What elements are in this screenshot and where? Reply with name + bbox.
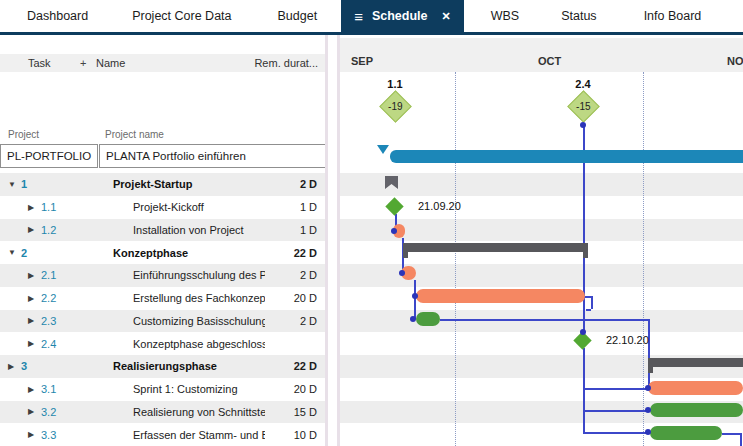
table-row-2.2[interactable]: ▶2.2Erstellung des Fachkonzeptes20 D	[0, 287, 325, 310]
connector-line	[586, 309, 591, 311]
task-number: 1.2	[41, 224, 56, 236]
tab-label: Dashboard	[27, 9, 88, 23]
deadline-task-label: 1.1	[373, 78, 417, 90]
task-name: Customizing Basisschulung Proje...	[133, 315, 265, 327]
task-name: Einführungsschulung des Projektt...	[133, 269, 265, 281]
table-row-1.2[interactable]: ▶1.2Installation von Project1 D	[0, 219, 325, 242]
chevron-right-icon[interactable]: ▶	[28, 339, 41, 348]
tab-info-board[interactable]: Info Board	[642, 0, 704, 32]
bar-basisschulung[interactable]	[416, 312, 440, 326]
task-duration: 2 D	[265, 315, 325, 327]
connector-dot	[410, 316, 416, 322]
table-row-2.4[interactable]: ▶2.4Konzeptphase abgeschlossen	[0, 332, 325, 355]
connector-line	[414, 280, 416, 319]
table-row-1.1[interactable]: ▶1.1Projekt-Kickoff1 D	[0, 196, 325, 219]
project-row: PL-PORTFOLIO PLANTA Portfolio einführen	[0, 144, 325, 168]
chevron-right-icon[interactable]: ▶	[28, 385, 41, 394]
table-row-1[interactable]: ▼1Projekt-Startup2 D	[0, 173, 325, 196]
connector-line	[583, 410, 646, 412]
task-number: 3	[21, 360, 27, 372]
connector-dot	[645, 429, 651, 435]
connector-dot	[412, 293, 418, 299]
connector-dot	[399, 270, 405, 276]
task-name: Realisierung von Schnittstellen	[133, 406, 265, 418]
column-name[interactable]: Name	[96, 57, 254, 69]
bar-konzeptphase[interactable]	[403, 243, 588, 252]
deadline-diamond-1.1[interactable]: -19	[379, 90, 412, 123]
chevron-right-icon[interactable]: ▶	[28, 430, 41, 439]
tab-dashboard[interactable]: Dashboard	[25, 0, 90, 32]
table-row-2[interactable]: ▼2Konzeptphase22 D	[0, 241, 325, 264]
add-column-icon[interactable]: +	[80, 57, 96, 69]
project-label: Project	[8, 129, 39, 140]
project-name-label: Project name	[105, 129, 164, 140]
milestone-date-label: 21.09.20	[418, 200, 461, 212]
task-duration: 15 D	[265, 406, 325, 418]
connector-dot	[391, 228, 397, 234]
project-id-field[interactable]: PL-PORTFOLIO	[0, 144, 98, 168]
task-duration: 1 D	[265, 224, 325, 236]
bar-fachkonzept[interactable]	[416, 289, 585, 303]
table-row-3.1[interactable]: ▶3.1Sprint 1: Customizing20 D	[0, 378, 325, 401]
chevron-right-icon[interactable]: ▶	[28, 294, 41, 303]
deadline-deviation: -15	[576, 101, 590, 112]
chevron-right-icon[interactable]: ▶	[28, 407, 41, 416]
tab-wbs[interactable]: WBS	[489, 0, 521, 32]
task-number: 1	[21, 178, 27, 190]
task-name: Projekt-Startup	[113, 178, 265, 190]
bar-schnittstellen[interactable]	[650, 403, 743, 417]
chevron-right-icon[interactable]: ▶	[28, 203, 41, 212]
chevron-down-icon[interactable]: ▼	[8, 180, 21, 189]
deadline-diamond-2.4[interactable]: -15	[567, 90, 600, 123]
deadline-task-label: 2.4	[561, 78, 605, 90]
close-icon[interactable]: ✕	[441, 10, 450, 23]
task-number: 2.4	[41, 338, 56, 350]
task-duration: 2 D	[265, 178, 325, 190]
task-duration: 10 D	[265, 429, 325, 441]
task-duration: 1 D	[265, 201, 325, 213]
task-duration: 22 D	[265, 360, 325, 372]
chevron-right-icon[interactable]: ▶	[28, 316, 41, 325]
hamburger-icon[interactable]: ≡	[354, 9, 363, 24]
chevron-down-icon[interactable]: ▼	[8, 248, 21, 257]
chevron-right-icon[interactable]: ▶	[8, 362, 21, 371]
connector-line	[583, 432, 646, 434]
tab-budget[interactable]: Budget	[276, 0, 320, 32]
deadline-deviation: -19	[388, 101, 402, 112]
tab-label: Schedule	[372, 9, 428, 23]
connector-dot	[645, 407, 651, 413]
month-label-nov: NOV	[727, 55, 743, 67]
bar-realisierungsphase[interactable]	[648, 358, 743, 367]
tab-status[interactable]: Status	[559, 0, 598, 32]
task-name: Konzeptphase	[113, 247, 265, 259]
connector-dot	[580, 122, 586, 128]
pane-divider[interactable]	[325, 35, 328, 446]
tab-label: Info Board	[644, 9, 702, 23]
table-row-2.3[interactable]: ▶2.3Customizing Basisschulung Proje...2 …	[0, 310, 325, 333]
bar-stammdaten[interactable]	[650, 426, 722, 440]
month-label-oct: OCT	[538, 55, 561, 67]
tab-schedule[interactable]: ≡Schedule✕	[341, 0, 464, 32]
chevron-right-icon[interactable]: ▶	[28, 271, 41, 280]
task-duration: 22 D	[265, 247, 325, 259]
task-table-pane: Task + Name Rem. durat... Project Projec…	[0, 35, 325, 446]
connector-line	[440, 319, 648, 321]
task-name: Installation von Project	[133, 224, 265, 236]
tab-project-core-data[interactable]: Project Core Data	[130, 0, 233, 32]
table-row-3.3[interactable]: ▶3.3Erfassen der Stamm- und Beispiel...1…	[0, 423, 325, 446]
task-number: 2.3	[41, 315, 56, 327]
month-gridline	[455, 72, 456, 446]
bar-sprint1[interactable]	[648, 381, 743, 395]
task-number: 2.1	[41, 269, 56, 281]
connector-line	[648, 319, 650, 388]
tab-bar: DashboardProject Core DataBudget≡Schedul…	[0, 0, 743, 32]
column-task[interactable]: Task	[0, 57, 80, 69]
table-row-3[interactable]: ▶3Realisierungsphase22 D	[0, 355, 325, 378]
column-remaining-duration[interactable]: Rem. durat...	[254, 57, 325, 69]
table-row-2.1[interactable]: ▶2.1Einführungsschulung des Projektt...2…	[0, 264, 325, 287]
bar-planta-portfolio[interactable]	[390, 150, 743, 163]
table-row-3.2[interactable]: ▶3.2Realisierung von Schnittstellen15 D	[0, 401, 325, 424]
chevron-right-icon[interactable]: ▶	[28, 225, 41, 234]
project-name-field[interactable]: PLANTA Portfolio einführen	[99, 144, 325, 168]
gantt-timeline-header: SEPOCTNOV	[340, 38, 743, 72]
